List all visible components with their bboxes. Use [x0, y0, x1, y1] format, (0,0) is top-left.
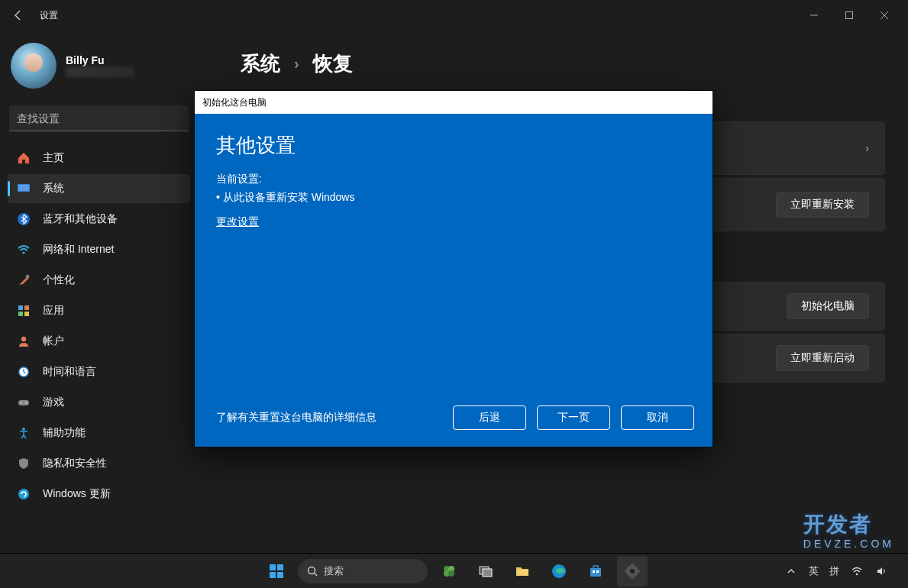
- taskbar-search[interactable]: 搜索: [298, 559, 428, 583]
- restart-button[interactable]: 立即重新启动: [776, 345, 869, 371]
- update-icon: [17, 487, 31, 501]
- start-button[interactable]: [261, 556, 292, 586]
- sidebar: Billy Fu 主页 系统 蓝牙和其他设备: [0, 31, 195, 588]
- window-controls: [797, 3, 902, 27]
- svg-rect-32: [516, 570, 528, 576]
- back-button[interactable]: 后退: [453, 405, 526, 430]
- gear-icon: [624, 563, 641, 580]
- minimize-icon: [809, 11, 819, 20]
- nav-time[interactable]: 时间和语言: [8, 357, 190, 386]
- dialog-footer: 了解有关重置这台电脑的详细信息 后退 下一页 取消: [195, 395, 713, 447]
- ime-language[interactable]: 英: [809, 564, 819, 578]
- svg-point-17: [22, 428, 25, 431]
- tray-volume[interactable]: [874, 564, 888, 578]
- speaker-icon: [875, 565, 887, 577]
- tray-overflow[interactable]: [784, 564, 798, 578]
- taskbar-edge[interactable]: [544, 556, 574, 586]
- profile-block[interactable]: Billy Fu: [8, 38, 190, 104]
- breadcrumb: 系统 › 恢复: [241, 50, 885, 77]
- change-settings-link[interactable]: 更改设置: [216, 215, 691, 229]
- search-icon: [307, 566, 318, 577]
- settings-window: 设置 Billy Fu: [0, 0, 908, 588]
- wifi-icon: [851, 565, 863, 577]
- svg-rect-14: [18, 400, 29, 405]
- home-icon: [17, 151, 31, 165]
- dialog-window-title: 初始化这台电脑: [202, 96, 267, 109]
- nav-label: 帐户: [43, 334, 64, 348]
- nav-system[interactable]: 系统: [8, 174, 190, 203]
- nav-network[interactable]: 网络和 Internet: [8, 235, 190, 264]
- svg-rect-23: [277, 572, 283, 578]
- taskbar-store[interactable]: [580, 556, 611, 586]
- nav-label: 隐私和安全性: [43, 457, 107, 470]
- taskbar-taskview[interactable]: [470, 556, 501, 586]
- nav-accessibility[interactable]: 辅助功能: [8, 418, 190, 447]
- close-button[interactable]: [867, 3, 902, 27]
- chevron-right-icon: ›: [294, 55, 299, 73]
- nav-gaming[interactable]: 游戏: [8, 388, 190, 417]
- search-input[interactable]: [9, 105, 189, 131]
- nav-label: 系统: [43, 182, 64, 195]
- svg-point-15: [21, 402, 22, 404]
- apps-icon: [17, 304, 31, 318]
- nav-label: 蓝牙和其他设备: [43, 212, 118, 226]
- nav-personalization[interactable]: 个性化: [8, 266, 190, 295]
- back-button[interactable]: [6, 3, 31, 27]
- nav-privacy[interactable]: 隐私和安全性: [8, 449, 190, 478]
- window-title: 设置: [40, 9, 58, 22]
- nav: 主页 系统 蓝牙和其他设备 网络和 Internet 个性化: [8, 144, 190, 509]
- svg-rect-34: [590, 568, 601, 577]
- watermark: 开发者 DEVZE.COM: [803, 510, 894, 550]
- nav-accounts[interactable]: 帐户: [8, 327, 190, 356]
- arrow-left-icon: [12, 9, 24, 21]
- svg-rect-7: [18, 305, 23, 310]
- minimize-button[interactable]: [797, 3, 832, 27]
- svg-rect-21: [277, 564, 283, 570]
- cancel-button[interactable]: 取消: [621, 405, 694, 430]
- svg-point-43: [856, 573, 858, 575]
- search-wrap: [9, 105, 189, 131]
- nav-home[interactable]: 主页: [8, 144, 190, 173]
- wifi-icon: [17, 243, 31, 257]
- titlebar: 设置: [0, 0, 908, 31]
- store-icon: [587, 563, 604, 580]
- svg-point-18: [18, 489, 29, 499]
- reset-button[interactable]: 初始化电脑: [787, 293, 869, 319]
- clock-icon: [17, 365, 31, 379]
- nav-apps[interactable]: 应用: [8, 296, 190, 325]
- nav-label: 应用: [43, 304, 64, 318]
- tray-network[interactable]: [850, 564, 864, 578]
- reinstall-button[interactable]: 立即重新安装: [776, 192, 869, 218]
- breadcrumb-parent[interactable]: 系统: [241, 50, 280, 77]
- taskbar-explorer[interactable]: [507, 556, 538, 586]
- svg-rect-8: [24, 305, 29, 310]
- nav-label: 网络和 Internet: [43, 243, 114, 257]
- system-icon: [17, 182, 31, 195]
- nav-update[interactable]: Windows 更新: [8, 480, 190, 509]
- taskbar-center: 搜索: [261, 556, 648, 586]
- learn-more-link[interactable]: 了解有关重置这台电脑的详细信息: [216, 411, 376, 425]
- next-button[interactable]: 下一页: [537, 405, 610, 430]
- nav-bluetooth[interactable]: 蓝牙和其他设备: [8, 205, 190, 234]
- ime-mode[interactable]: 拼: [829, 564, 839, 578]
- nav-label: 主页: [43, 151, 64, 165]
- brush-icon: [17, 273, 31, 287]
- svg-point-11: [21, 337, 26, 341]
- gamepad-icon: [17, 396, 31, 409]
- nav-label: 时间和语言: [43, 365, 96, 379]
- folder-icon: [514, 563, 531, 580]
- taskbar: 搜索 英 拼: [0, 553, 908, 588]
- accessibility-icon: [17, 426, 31, 440]
- svg-rect-35: [593, 570, 595, 573]
- maximize-button[interactable]: [832, 3, 867, 27]
- svg-rect-9: [18, 312, 23, 316]
- taskbar-settings[interactable]: [617, 556, 648, 586]
- svg-rect-20: [270, 564, 276, 570]
- bluetooth-icon: [17, 212, 31, 226]
- svg-rect-3: [18, 185, 29, 191]
- nav-label: Windows 更新: [43, 487, 111, 501]
- taskbar-tray: 英 拼: [784, 564, 908, 578]
- chevron-right-icon: ›: [865, 142, 869, 154]
- taskbar-pin-1[interactable]: [434, 556, 464, 586]
- svg-line-25: [314, 573, 317, 576]
